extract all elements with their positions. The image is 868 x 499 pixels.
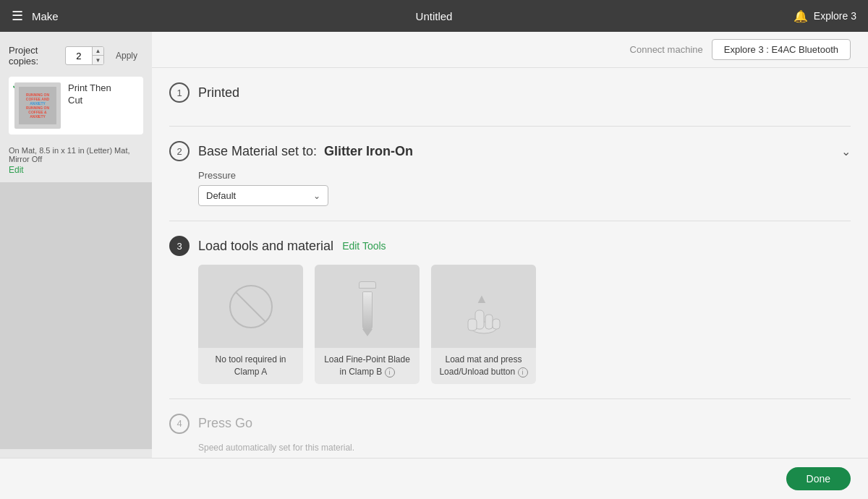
step-1-number: 1 xyxy=(169,82,190,103)
make-label: Make xyxy=(32,10,59,22)
pressure-value: Default xyxy=(206,190,236,201)
explore-label: Explore 3 xyxy=(814,10,856,22)
step-3-title: Load tools and material xyxy=(198,239,333,254)
apply-button[interactable]: Apply xyxy=(110,49,143,62)
step-3-number: 3 xyxy=(169,236,190,256)
sidebar-item-card: ✓ RUNNING ONCOFFEE ANDANXIETYRUNNING ONC… xyxy=(9,77,143,135)
machine-button[interactable]: Explore 3 : E4AC Bluetooth xyxy=(712,39,851,60)
select-arrow-icon: ⌄ xyxy=(313,191,320,201)
svg-text:▲: ▲ xyxy=(475,291,488,306)
step-2-row: 2 Base Material set to: Glitter Iron-On … xyxy=(169,127,851,221)
copies-down-button[interactable]: ▼ xyxy=(92,56,103,64)
tool-b-label-text: Load Fine-Point Blade in Clamp B xyxy=(324,354,410,377)
tool-card-a: No tool required in Clamp A xyxy=(198,265,303,384)
expand-icon[interactable]: ⌄ xyxy=(841,145,851,158)
steps-container: 1 Printed 2 Base Material set to: Glitte… xyxy=(152,68,868,458)
tool-card-b: Load Fine-Point Blade in Clamp B i xyxy=(315,265,420,384)
tool-card-mat: ▲ Load mat and xyxy=(431,265,536,384)
step-1-row: 1 Printed xyxy=(169,68,851,127)
tool-b-image xyxy=(315,265,420,348)
footer: Done xyxy=(0,458,868,499)
card-info: Print Then Cut xyxy=(68,82,111,106)
sidebar-gray-area xyxy=(0,182,152,449)
pressure-select[interactable]: Default ⌄ xyxy=(198,185,328,206)
edit-tools-link[interactable]: Edit Tools xyxy=(342,240,386,252)
copies-row: ▲ ▼ xyxy=(66,47,103,64)
svg-rect-5 xyxy=(493,319,500,329)
step-4-number: 4 xyxy=(169,414,190,434)
header-right: 🔔 Explore 3 xyxy=(793,9,856,23)
done-button[interactable]: Done xyxy=(786,467,851,490)
project-copies-row: Project copies: ▲ ▼ Apply xyxy=(0,40,152,71)
step-4-sub: Speed automatically set for this materia… xyxy=(169,443,851,453)
page-title: Untitled xyxy=(416,10,453,22)
step-2-title: Base Material set to: Glitter Iron-On xyxy=(198,144,413,159)
step-4-header: 4 Press Go xyxy=(169,414,851,434)
step-2-material: Glitter Iron-On xyxy=(324,144,413,158)
tool-mat-label-text: Load mat and press Load/Unload button xyxy=(439,354,522,377)
bell-icon[interactable]: 🔔 xyxy=(793,9,808,23)
step-1-header: 1 Printed xyxy=(169,82,851,103)
tool-mat-info-icon[interactable]: i xyxy=(518,367,528,378)
header: ☰ Make Untitled 🔔 Explore 3 xyxy=(0,0,868,32)
copies-input-wrap: ▲ ▼ xyxy=(65,46,104,65)
svg-rect-4 xyxy=(468,319,477,330)
step-2-number: 2 xyxy=(169,141,190,161)
content-area: Connect machine Explore 3 : E4AC Bluetoo… xyxy=(152,32,868,458)
step-3-row: 3 Load tools and material Edit Tools No … xyxy=(169,221,851,399)
edit-link[interactable]: Edit xyxy=(0,163,152,176)
copies-control: ▲ ▼ xyxy=(65,46,104,65)
tools-cards: No tool required in Clamp A xyxy=(169,265,851,384)
step-4-row: 4 Press Go Speed automatically set for t… xyxy=(169,399,851,458)
card-name-2: Cut xyxy=(68,95,111,106)
tool-b-label: Load Fine-Point Blade in Clamp B i xyxy=(315,348,420,384)
copies-arrows: ▲ ▼ xyxy=(92,47,103,64)
step-2-prefix: Base Material set to: xyxy=(198,144,317,158)
hamburger-icon[interactable]: ☰ xyxy=(12,8,23,24)
header-left: ☰ Make xyxy=(12,8,59,24)
copies-up-button[interactable]: ▲ xyxy=(92,47,103,56)
top-bar: Connect machine Explore 3 : E4AC Bluetoo… xyxy=(152,32,868,68)
step-3-header: 3 Load tools and material Edit Tools xyxy=(169,236,851,256)
svg-rect-3 xyxy=(485,315,493,329)
step-2-content: Pressure Default ⌄ xyxy=(169,170,851,206)
sidebar: Project copies: ▲ ▼ Apply ✓ RU xyxy=(0,32,152,458)
tool-mat-image: ▲ xyxy=(431,265,536,348)
thumbnail-inner: RUNNING ONCOFFEE ANDANXIETYRUNNING ONCOF… xyxy=(19,87,56,124)
step-2-header: 2 Base Material set to: Glitter Iron-On … xyxy=(169,141,851,161)
mat-load-svg: ▲ xyxy=(444,283,524,348)
main-layout: Project copies: ▲ ▼ Apply ✓ RU xyxy=(0,32,868,458)
tool-a-image xyxy=(198,265,303,348)
tool-a-label: No tool required in Clamp A xyxy=(198,348,303,384)
step-4-title: Press Go xyxy=(198,416,252,431)
step-1-title: Printed xyxy=(198,85,239,101)
project-copies-label: Project copies: xyxy=(9,45,59,67)
copies-input[interactable] xyxy=(66,47,92,64)
no-tool-icon xyxy=(229,285,273,328)
sidebar-mat-info: On Mat, 8.5 in x 11 in (Letter) Mat, Mir… xyxy=(0,146,152,163)
card-name: Print Then xyxy=(68,82,111,93)
pressure-label: Pressure xyxy=(198,170,851,181)
connect-label: Connect machine xyxy=(630,44,703,55)
card-thumbnail: RUNNING ONCOFFEE ANDANXIETYRUNNING ONCOF… xyxy=(14,82,61,129)
tool-b-info-icon[interactable]: i xyxy=(385,367,395,378)
tool-mat-label: Load mat and press Load/Unload button i xyxy=(431,348,536,384)
